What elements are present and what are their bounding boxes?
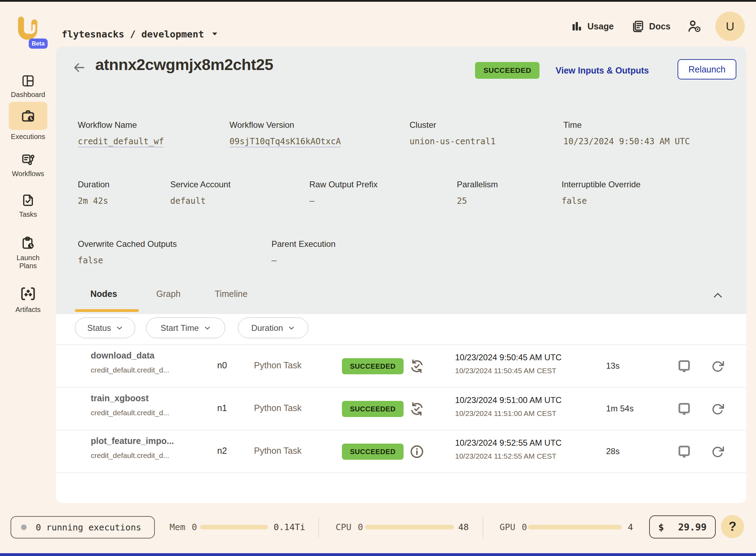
help-button[interactable]: ?: [721, 515, 744, 538]
filter-status[interactable]: Status: [75, 318, 135, 338]
cpu-meter-label: CPU0: [336, 522, 363, 532]
table-row[interactable]: download_data credit_default.credit_d...…: [56, 345, 746, 388]
tasks-icon: [21, 193, 35, 208]
node-name[interactable]: download_data: [91, 350, 154, 361]
gpu-meter-bar: [528, 525, 622, 529]
breadcrumb[interactable]: flytesnacks / development: [62, 27, 219, 41]
field-parallelism: Parallelism 25: [457, 180, 498, 206]
field-service-account: Service Account default: [170, 180, 231, 206]
sidebar-label-dashboard: Dashboard: [11, 91, 45, 99]
table-row[interactable]: train_xgboost credit_default.credit_d...…: [56, 388, 746, 430]
gpu-meter-max: 4: [628, 522, 633, 532]
docs-nav-button[interactable]: Docs: [631, 19, 671, 33]
workflow-version-link[interactable]: 09sjT10qTq4sK16kAOtxcA: [229, 137, 341, 146]
mem-meter-label: Mem0: [170, 522, 197, 532]
node-namespace: credit_default.credit_d...: [91, 409, 169, 417]
chevron-down-icon: [288, 326, 295, 331]
start-time-local: 10/23/2024 11:50:45 AM CEST: [455, 367, 556, 375]
running-executions-pill[interactable]: 0 running executions: [11, 516, 155, 538]
field-cluster: Cluster union-us-central1: [410, 120, 496, 146]
field-duration: Duration 2m 42s: [78, 180, 110, 206]
chevron-down-icon: [211, 32, 219, 36]
status-badge: SUCCEEDED: [342, 358, 404, 374]
back-arrow-icon[interactable]: [72, 61, 86, 75]
chevron-up-icon[interactable]: [712, 290, 724, 301]
sidebar-label-tasks: Tasks: [19, 210, 37, 218]
node-name[interactable]: train_xgboost: [91, 393, 149, 403]
table-row[interactable]: plot_feature_impo... credit_default.cred…: [56, 430, 746, 473]
cache-status-icon: [409, 359, 425, 374]
monitor-icon[interactable]: [676, 444, 692, 459]
question-mark-icon: ?: [729, 519, 736, 534]
sidebar-item-artifacts[interactable]: Artifacts: [0, 285, 56, 314]
relaunch-node-icon[interactable]: [710, 402, 725, 416]
status-badge: SUCCEEDED: [342, 401, 404, 417]
cost-button[interactable]: $ 29.99: [649, 515, 716, 538]
tab-timeline[interactable]: Timeline: [215, 289, 248, 299]
start-time-utc: 10/23/2024 9:52:55 AM UTC: [455, 438, 562, 448]
relaunch-label: Relaunch: [688, 64, 726, 75]
start-time-local: 10/23/2024 11:52:55 AM CEST: [455, 452, 556, 460]
status-dot-icon: [21, 524, 27, 530]
currency-symbol: $: [658, 522, 664, 533]
node-id: n0: [217, 360, 227, 370]
artifacts-icon: [19, 285, 37, 303]
filter-duration[interactable]: Duration: [238, 318, 308, 338]
tab-graph[interactable]: Graph: [156, 289, 180, 299]
avatar[interactable]: U: [715, 12, 745, 41]
user-management-button[interactable]: [687, 19, 702, 34]
cpu-meter-bar: [365, 525, 454, 529]
node-namespace: credit_default.credit_d...: [91, 366, 169, 374]
usage-nav-button[interactable]: Usage: [570, 20, 614, 33]
start-time-utc: 10/23/2024 9:51:00 AM UTC: [455, 395, 562, 405]
node-id: n1: [217, 403, 227, 413]
filter-start-time[interactable]: Start Time: [146, 318, 225, 338]
node-namespace: credit_default.credit_d...: [91, 451, 169, 460]
meter-divider: [318, 517, 319, 538]
relaunch-node-icon[interactable]: [710, 444, 725, 459]
executions-icon: [20, 108, 36, 124]
info-icon[interactable]: [409, 444, 425, 459]
mem-meter-max: 0.14Ti: [274, 522, 305, 532]
sidebar-active-highlight: [9, 102, 47, 130]
node-type: Python Task: [254, 360, 302, 370]
avatar-initial: U: [726, 20, 735, 33]
execution-detail-panel: atnnx2cwgmjx8m2cht25 SUCCEEDED View Inpu…: [56, 47, 746, 503]
workflow-name-link[interactable]: credit_default_wf: [78, 137, 164, 146]
field-overwrite-cached-outputs: Overwrite Cached Outputs false: [78, 239, 177, 265]
node-duration: 1m 54s: [606, 404, 634, 413]
active-tab-indicator: [75, 309, 139, 312]
relaunch-button[interactable]: Relaunch: [678, 59, 736, 79]
sidebar-item-executions[interactable]: Executions: [0, 102, 56, 141]
field-parent-execution: Parent Execution –: [272, 239, 336, 265]
docs-label: Docs: [649, 21, 671, 32]
sidebar-item-tasks[interactable]: Tasks: [0, 193, 56, 218]
field-raw-output-prefix: Raw Output Prefix –: [309, 180, 378, 206]
sidebar-item-dashboard[interactable]: Dashboard: [0, 74, 56, 99]
relaunch-node-icon[interactable]: [710, 359, 725, 374]
field-time: Time 10/23/2024 9:50:43 AM UTC: [563, 120, 690, 146]
cpu-meter-max: 48: [458, 522, 469, 532]
meter-divider: [483, 517, 483, 538]
field-interruptible-override: Interruptible Override false: [562, 180, 640, 206]
dashboard-icon: [21, 74, 35, 88]
cost-amount: 29.99: [678, 522, 707, 533]
sidebar-label-artifacts: Artifacts: [15, 306, 41, 314]
sidebar-item-launch-plans[interactable]: Launch Plans: [0, 236, 56, 270]
nodes-table-card: Status Start Time Duration download_data…: [56, 314, 746, 503]
field-workflow-name: Workflow Name credit_default_wf: [78, 120, 164, 146]
sidebar-item-workflows[interactable]: Workflows: [0, 152, 56, 178]
node-id: n2: [217, 446, 227, 456]
running-executions-label: 0 running executions: [36, 522, 141, 533]
tab-nodes[interactable]: Nodes: [90, 289, 117, 299]
field-workflow-version: Workflow Version 09sjT10qTq4sK16kAOtxcA: [229, 120, 341, 146]
usage-label: Usage: [587, 21, 614, 32]
start-time-local: 10/23/2024 11:51:00 AM CEST: [455, 409, 556, 418]
monitor-icon[interactable]: [676, 359, 692, 374]
cache-status-icon: [409, 401, 425, 417]
monitor-icon[interactable]: [676, 401, 692, 417]
node-name[interactable]: plot_feature_impo...: [91, 436, 174, 446]
view-inputs-outputs-link[interactable]: View Inputs & Outputs: [556, 65, 649, 76]
beta-badge: Beta: [29, 39, 48, 49]
status-badge: SUCCEEDED: [475, 62, 539, 79]
